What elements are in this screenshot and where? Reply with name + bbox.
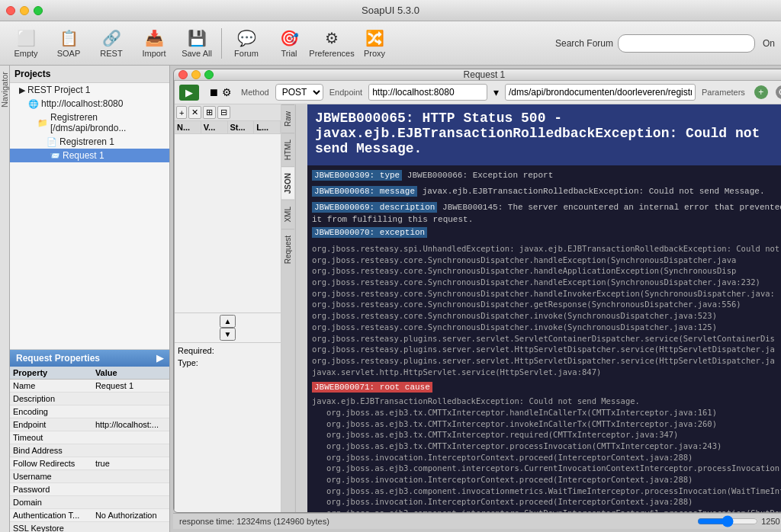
forum-button[interactable]: 💬 Forum <box>227 24 266 62</box>
save-all-icon: 💾 <box>188 29 207 47</box>
save-all-button[interactable]: 💾 Save All <box>177 24 217 62</box>
preferences-button[interactable]: ⚙ Preferences <box>312 24 352 62</box>
move-down-button[interactable]: ⊟ <box>217 106 230 119</box>
tree-item-label: REST Project 1 <box>27 85 90 95</box>
scroll-up-button[interactable]: ▲ <box>220 315 236 328</box>
options-button[interactable]: ⚙ <box>222 86 232 98</box>
response-time: response time: 12324ms (124960 bytes) <box>179 517 329 526</box>
minimize-button[interactable] <box>20 6 29 15</box>
search-label: Search Forum <box>555 38 613 49</box>
import-icon: 📥 <box>145 29 164 47</box>
root-cause-trace: javax.ejb.EJBTransactionRolledbackExcept… <box>312 396 781 513</box>
scroll-down-button[interactable]: ▼ <box>220 328 236 341</box>
remove-param-button[interactable]: ✕ <box>188 106 201 119</box>
req-maximize-button[interactable] <box>204 70 214 79</box>
req-traffic-lights[interactable] <box>178 70 214 79</box>
prop-property: Username <box>10 470 92 483</box>
tree-item-rest-project[interactable]: ▶ REST Project 1 <box>10 83 169 97</box>
prop-col-value: Value <box>92 367 169 380</box>
tree-item-label: http://localhost:8080 <box>41 98 123 109</box>
response-content[interactable]: JBWEB000065: HTTP Status 500 - javax.ejb… <box>307 104 781 513</box>
prop-table-row: Password <box>10 483 169 496</box>
params-list <box>175 134 281 312</box>
panel-columns: N... V... St... L... <box>175 121 281 134</box>
method-label: Method <box>241 88 269 97</box>
tree-item-registreren[interactable]: 📁 Registreren [/dms/api/brondo... <box>10 111 169 135</box>
resp-tag-0: JBWEB000309: type <box>312 170 402 181</box>
side-tabs: Raw HTML JSON XML Request <box>281 104 295 513</box>
soap-label: SOAP <box>57 49 81 58</box>
method-select[interactable]: POST <box>275 84 323 101</box>
prop-value: http://localhost:... <box>92 418 169 431</box>
resp-entry-0: JBWEB000309: type JBWEB000066: Exception… <box>312 170 781 183</box>
resp-val-0: JBWEB000066: Exception report <box>407 171 553 180</box>
resource-input[interactable] <box>505 84 696 101</box>
rest-button[interactable]: 🔗 REST <box>92 24 131 62</box>
properties-header[interactable]: Request Properties ▶ <box>10 350 169 367</box>
doc-icon: 📄 <box>47 137 57 147</box>
properties-expand-icon: ▶ <box>156 353 163 364</box>
prop-table-row: Encoding <box>10 405 169 418</box>
scroll-slider[interactable] <box>697 515 758 527</box>
request-content: ▶ ⏹ ⚙ Method POST Endpoint ▾ Parameters … <box>174 81 781 513</box>
tab-json[interactable]: JSON <box>281 166 294 200</box>
maximize-button[interactable] <box>34 6 43 15</box>
main-area: Navigator Projects ▶ REST Project 1 🌐 ht… <box>0 66 781 532</box>
run-button[interactable]: ▶ <box>179 85 199 101</box>
resp-entry-2: JBWEB000069: description JBWEB000145: Th… <box>312 202 781 224</box>
page-number: 1250 ... <box>761 517 781 526</box>
tab-xml[interactable]: XML <box>281 200 294 229</box>
navigator-panel: Navigator <box>0 66 10 532</box>
forum-label: Forum <box>234 49 259 58</box>
prop-table-row: SSL Keystore <box>10 522 169 533</box>
req-close-button[interactable] <box>178 70 188 79</box>
add-param-toolbar-button[interactable]: + <box>176 106 187 119</box>
properties-title: Request Properties <box>16 353 100 364</box>
response-raw-button[interactable]: Raw <box>295 104 307 513</box>
tab-html[interactable]: HTML <box>281 133 294 166</box>
resp-tag-3: JBWEB000070: exception <box>312 227 427 238</box>
request-icon: 📨 <box>50 151 60 161</box>
search-input[interactable] <box>618 34 755 53</box>
tree-item-label: Request 1 <box>63 150 104 161</box>
body-toolbar: + ✕ ⊞ ⊟ <box>175 104 281 121</box>
close-button[interactable] <box>6 6 15 15</box>
response-body: JBWEB000309: type JBWEB000066: Exception… <box>307 165 781 513</box>
col-l: L... <box>254 121 281 133</box>
tree-item-registreren1[interactable]: 📄 Registreren 1 <box>10 135 169 149</box>
stack-trace: org.jboss.resteasy.spi.UnhandledExceptio… <box>312 243 781 377</box>
folder-icon: 📁 <box>37 118 48 128</box>
stop-button[interactable]: ⏹ <box>208 86 219 98</box>
params-label: Parameters <box>702 88 745 97</box>
prop-table-row: Authentication T...No Authorization <box>10 509 169 522</box>
prop-table-row: Endpointhttp://localhost:... <box>10 418 169 431</box>
save-all-label: Save All <box>182 49 212 58</box>
request-window: Request 1 ▶ ⏹ ⚙ Method POST Endpoint <box>170 66 781 532</box>
soap-button[interactable]: 📋 SOAP <box>49 24 88 62</box>
host-icon: 🌐 <box>28 99 39 109</box>
trial-button[interactable]: 🎯 Trial <box>269 24 309 62</box>
endpoint-input[interactable] <box>368 84 487 101</box>
proxy-button[interactable]: 🔀 Proxy <box>355 24 394 62</box>
prop-value <box>92 483 169 496</box>
move-up-button[interactable]: ⊞ <box>203 106 216 119</box>
add-param-button[interactable]: + <box>754 85 768 99</box>
endpoint-dropdown-icon[interactable]: ▾ <box>493 86 499 98</box>
prop-table-row: Follow Redirectstrue <box>10 457 169 470</box>
prop-value <box>92 470 169 483</box>
traffic-lights[interactable] <box>6 6 43 15</box>
root-cause-tag-row: JBWEB000071: root cause <box>312 382 781 394</box>
tree-item-host[interactable]: 🌐 http://localhost:8080 <box>10 97 169 111</box>
resp-entry-1: JBWEB000068: message javax.ejb.EJBTransa… <box>312 186 781 199</box>
tab-request[interactable]: Request <box>281 229 294 270</box>
preferences-label: Preferences <box>309 49 354 58</box>
page-controls: 1250 ... <box>697 515 781 527</box>
req-minimize-button[interactable] <box>191 70 201 79</box>
empty-button[interactable]: ⬜ Empty <box>6 24 46 62</box>
toolbar-separator <box>221 28 222 59</box>
param-options-button[interactable]: ⚙ <box>776 85 781 99</box>
tree-item-request1[interactable]: 📨 Request 1 <box>10 149 169 162</box>
import-button[interactable]: 📥 Import <box>134 24 174 62</box>
tab-raw[interactable]: Raw <box>281 104 294 133</box>
trial-icon: 🎯 <box>280 29 299 47</box>
